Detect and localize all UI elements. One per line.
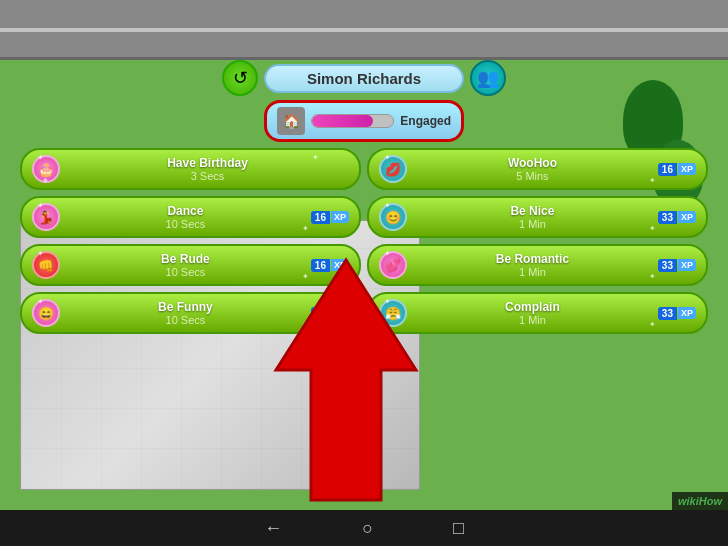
- wikihow-prefix: wiki: [678, 495, 699, 507]
- wikihow-suffix: How: [699, 495, 722, 507]
- char-name: Simon Richards: [290, 70, 438, 87]
- action-woohoo[interactable]: ✦ ✦ 💋 WooHoo 5 Mins 16 XP: [367, 148, 708, 190]
- road: [0, 0, 728, 60]
- complain-xp: 33 XP: [658, 307, 696, 320]
- dance-xp: 16 XP: [311, 211, 349, 224]
- action-birthday[interactable]: ✦ ✦ ✦ 🎂 Have Birthday 3 Secs: [20, 148, 361, 190]
- android-back-btn[interactable]: ←: [264, 518, 282, 539]
- friends-icon[interactable]: 👥: [470, 60, 506, 96]
- romantic-text: Be Romantic 1 Min: [413, 252, 652, 278]
- red-arrow: [256, 250, 436, 510]
- woohoo-xp: 16 XP: [658, 163, 696, 176]
- action-dance[interactable]: ✦ ✦ 💃 Dance 10 Secs 16 XP: [20, 196, 361, 238]
- android-navbar: ← ○ □: [0, 510, 728, 546]
- char-header: ↺ Simon Richards 👥: [20, 60, 708, 96]
- complain-text: Complain 1 Min: [413, 300, 652, 326]
- svg-marker-0: [276, 260, 416, 500]
- relationship-progress-bg: [311, 114, 394, 128]
- android-recent-btn[interactable]: □: [453, 518, 464, 539]
- dance-text: Dance 10 Secs: [66, 204, 305, 230]
- screenshot-container: ↺ Simon Richards 👥 🏠 Engaged: [0, 0, 728, 546]
- wikihow-watermark: wikiHow: [672, 492, 728, 510]
- action-nice[interactable]: ✦ ✦ 😊 Be Nice 1 Min 33 XP: [367, 196, 708, 238]
- relationship-progress-area: Engaged: [311, 114, 451, 128]
- woohoo-text: WooHoo 5 Mins: [413, 156, 652, 182]
- road-line: [0, 28, 728, 32]
- android-home-btn[interactable]: ○: [362, 518, 373, 539]
- relationship-icon: 🏠: [277, 107, 305, 135]
- relationship-bar: 🏠 Engaged: [264, 100, 464, 142]
- relationship-container: 🏠 Engaged: [20, 100, 708, 142]
- char-name-bar: Simon Richards: [264, 64, 464, 93]
- relationship-status-label: Engaged: [400, 114, 451, 128]
- nice-xp: 33 XP: [658, 211, 696, 224]
- relationship-progress-fill: [312, 115, 373, 127]
- back-icon[interactable]: ↺: [222, 60, 258, 96]
- birthday-text: Have Birthday 3 Secs: [66, 156, 349, 182]
- nice-text: Be Nice 1 Min: [413, 204, 652, 230]
- romantic-xp: 33 XP: [658, 259, 696, 272]
